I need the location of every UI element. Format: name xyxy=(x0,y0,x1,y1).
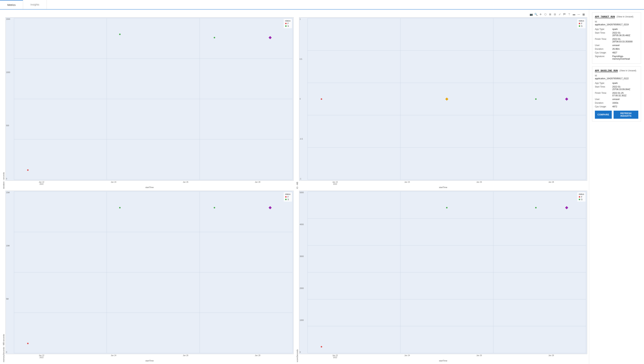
charts-grid: duration - seconds 1500 1000 500 0 xyxy=(2,17,587,362)
legend-io-title: status xyxy=(579,20,584,22)
chart-io-x-ticks: Jan 222022 Jan 24 Jan 26 Jan 28 xyxy=(299,181,587,186)
chart-io-x-label: startTime xyxy=(299,186,587,189)
tab-metrics[interactable]: Metrics xyxy=(0,0,23,9)
chart-vcore-legend: status F S xyxy=(577,192,586,202)
target-run-app-type: App Type: spark xyxy=(595,27,638,31)
baseline-run-title: APP BASELINE RUN xyxy=(595,69,618,72)
erase-icon[interactable]: ▬ xyxy=(572,13,576,16)
baseline-run-button-row: COMPARE REFRESH INSIGHTS xyxy=(595,111,638,119)
spike-icon[interactable]: ⛿ xyxy=(563,13,566,16)
chart-vcore-plot: 5000 4000 3000 2000 1000 0 xyxy=(299,191,587,354)
tab-insights-label: Insights xyxy=(30,3,39,6)
legend-io-s: S xyxy=(579,25,584,27)
zoom-box-icon[interactable]: ⊞ xyxy=(548,13,552,16)
point-io1 xyxy=(321,98,322,100)
charts-area: 📷 🔍 ✛ ⬡ ⊞ ⊟ ⤢ ⛿ ⊤ ▬ — ▦ duration - secon… xyxy=(0,10,589,364)
chart-io-plot: 1 0.5 0 -0.5 -1 xyxy=(299,17,587,181)
chart-duration-y-label: duration - seconds xyxy=(2,17,6,189)
point-io3 xyxy=(535,98,536,100)
crosshair-icon[interactable]: ✛ xyxy=(539,13,542,16)
chart-vcore-inner: 5000 4000 3000 2000 1000 0 xyxy=(299,191,587,362)
point-d2 xyxy=(119,34,120,35)
chart-memory-x-ticks: Jan 222022 Jan 24 Jan 26 Jan 28 xyxy=(6,354,294,359)
baseline-run-finish-time: Finish Time: 2022-01-25 07:00:32.302Z xyxy=(595,91,638,97)
point-m2 xyxy=(119,207,120,209)
camera-icon[interactable]: 📷 xyxy=(529,13,533,16)
target-run-duration: Duration: 26.96m xyxy=(595,47,638,51)
target-run-user: User: unravel xyxy=(595,44,638,47)
baseline-run-cpu-usage: Cpu Usage: 4872 xyxy=(595,105,638,108)
chart-memory-y-label: memorySeconds - MB seconds xyxy=(2,191,6,362)
chart-duration: duration - seconds 1500 1000 500 0 xyxy=(2,17,294,189)
target-run-start-time: Start Time: 2022-01-28T05:36:35.460Z xyxy=(595,31,638,37)
zoom-out-box-icon[interactable]: ⊟ xyxy=(553,13,557,16)
chart-vcore-x-label: startTime xyxy=(299,359,587,362)
chart-duration-inner: 1500 1000 500 0 xyxy=(6,17,294,189)
point-m3 xyxy=(214,207,215,209)
app-container: Metrics Insights 📷 🔍 ✛ ⬡ ⊞ ⊟ ⤢ ⛿ ⊤ ▬ — ▦ xyxy=(0,0,644,364)
chart-vcore-plot-inner xyxy=(308,192,586,353)
legend-vcore-f: F xyxy=(579,196,584,198)
target-run-finish-time: Finish Time: 2022-01-28T06:03:33.353000 xyxy=(595,37,638,44)
compare-icon[interactable]: ⊤ xyxy=(568,13,571,16)
lasso-icon[interactable]: ⬡ xyxy=(544,13,547,16)
chart-memory: memorySeconds - MB seconds 15M 10M 5M 0 xyxy=(2,191,294,362)
legend-io-f: F xyxy=(579,22,584,25)
legend-memory-f: F xyxy=(285,196,290,198)
baseline-run-duration: Duration: 1643s xyxy=(595,101,638,105)
chart-vcore: vcoreSeconds 5000 4000 3000 2000 1000 0 xyxy=(296,191,587,362)
baseline-run-title-row: APP BASELINE RUN (View in Unravel) xyxy=(595,69,638,72)
chart-duration-x-ticks: Jan 222022 Jan 24 Jan 26 Jan 28 xyxy=(6,181,294,186)
chart-io-plot-inner xyxy=(308,18,586,180)
move-icon[interactable]: ⤢ xyxy=(558,13,562,16)
refresh-insights-button[interactable]: REFRESH INSIGHTS xyxy=(614,111,638,119)
chart-duration-plot: 1500 1000 500 0 xyxy=(6,17,294,181)
baseline-run-user: User: unravel xyxy=(595,97,638,101)
legend-memory-title: status xyxy=(285,193,290,195)
baseline-run-section: APP BASELINE RUN (View in Unravel) Id: a… xyxy=(592,66,641,121)
line-icon[interactable]: — xyxy=(577,13,580,16)
tab-bar: Metrics Insights xyxy=(0,0,644,10)
chart-duration-x-label: startTime xyxy=(6,186,294,189)
baseline-run-app-type: App Type: spark xyxy=(595,81,638,85)
target-run-cpu-usage: Cpu Usage: 4827 xyxy=(595,51,638,55)
compare-button[interactable]: COMPARE xyxy=(595,111,612,119)
legend-duration-f: F xyxy=(285,22,290,25)
chart-memory-plot: 15M 10M 5M 0 xyxy=(6,191,294,354)
point-v3 xyxy=(535,207,536,209)
point-v2 xyxy=(446,207,448,209)
baseline-run-link[interactable]: (View in Unravel) xyxy=(620,69,636,72)
target-run-section: APP TARGET RUN (View in Unravel) Id: app… xyxy=(592,13,641,64)
chart-memory-inner: 15M 10M 5M 0 xyxy=(6,191,294,362)
right-panel: APP TARGET RUN (View in Unravel) Id: app… xyxy=(589,10,644,364)
chart-memory-y-ticks: 15M 10M 5M 0 xyxy=(6,191,14,354)
main-content: 📷 🔍 ✛ ⬡ ⊞ ⊟ ⤢ ⛿ ⊤ ▬ — ▦ duration - secon… xyxy=(0,10,644,364)
baseline-run-start-time: Start Time: 2022-01-25T06:33:09.064Z xyxy=(595,85,638,91)
chart-vcore-x-ticks: Jan 222022 Jan 24 Jan 26 Jan 28 xyxy=(299,354,587,359)
target-run-id-value: application_1642676595617_0219 xyxy=(595,23,638,26)
chart-duration-grid-v xyxy=(14,18,292,180)
target-run-info-table: App Type: spark Start Time: 2022-01-28T0… xyxy=(595,27,638,61)
legend-duration-s: S xyxy=(285,25,290,27)
chart-vcore-grid-v xyxy=(308,192,586,353)
chart-io-y-ticks: 1 0.5 0 -0.5 -1 xyxy=(299,18,308,180)
point-d3 xyxy=(214,37,215,38)
baseline-run-info-table: App Type: spark Start Time: 2022-01-25T0… xyxy=(595,81,638,108)
chart-duration-y-ticks: 1500 1000 500 0 xyxy=(6,18,14,180)
chart-vcore-y-label: vcoreSeconds xyxy=(296,191,299,362)
point-v1 xyxy=(321,346,322,347)
chart-memory-legend: status F S xyxy=(284,192,292,202)
chart-memory-grid-v xyxy=(14,192,292,353)
target-run-link[interactable]: (View in Unravel) xyxy=(617,16,633,18)
tab-insights[interactable]: Insights xyxy=(23,0,47,9)
target-run-signature: Signature: PayrollApp-memoryOverhead xyxy=(595,55,638,61)
chart-vcore-y-ticks: 5000 4000 3000 2000 1000 0 xyxy=(299,191,308,354)
point-d1 xyxy=(27,169,28,171)
chart-io: IO - MB 1 0.5 0 -0.5 -1 xyxy=(296,17,587,189)
point-m1 xyxy=(27,343,28,344)
zoom-in-icon[interactable]: 🔍 xyxy=(534,13,538,16)
target-run-title: APP TARGET RUN xyxy=(595,16,615,18)
baseline-run-id-value: application_1642676595617_0122 xyxy=(595,77,638,80)
chart-memory-x-label: startTime xyxy=(6,359,294,362)
barchart-icon[interactable]: ▦ xyxy=(582,13,585,16)
